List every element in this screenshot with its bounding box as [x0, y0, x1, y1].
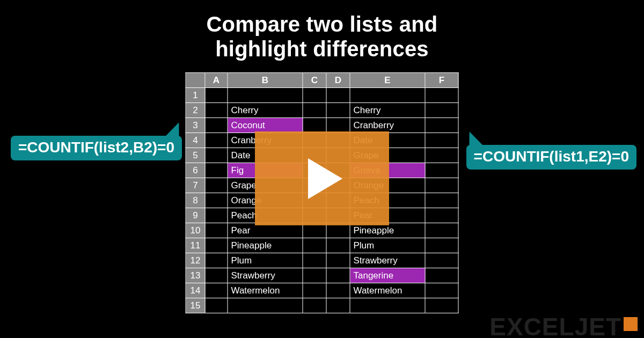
cell-A	[205, 253, 228, 268]
cell-C	[303, 238, 326, 253]
col-header-E: E	[350, 73, 425, 88]
cell-D	[326, 103, 350, 118]
cell-E: Cherry	[350, 103, 425, 118]
cell-F	[425, 298, 458, 313]
cell-D	[326, 118, 350, 133]
cell-C	[303, 283, 326, 298]
cell-D	[326, 283, 350, 298]
col-header-D: D	[326, 73, 350, 88]
cell-B: Coconut	[228, 118, 303, 133]
cell-F	[425, 193, 458, 208]
row-number: 9	[186, 208, 205, 223]
cell-F	[425, 88, 458, 103]
cell-C	[303, 298, 326, 313]
cell-C	[303, 103, 326, 118]
cell-A	[205, 223, 228, 238]
cell-A	[205, 148, 228, 163]
cell-A	[205, 283, 228, 298]
cell-F	[425, 253, 458, 268]
row-number: 14	[186, 283, 205, 298]
row-number: 11	[186, 238, 205, 253]
table-row: 15	[186, 298, 458, 313]
cell-D	[326, 298, 350, 313]
cell-F	[425, 118, 458, 133]
logo-accent-icon	[624, 317, 638, 331]
cell-F	[425, 163, 458, 178]
col-header-A: A	[205, 73, 228, 88]
callout-formula-left: =COUNTIF(list2,B2)=0	[11, 136, 182, 160]
cell-F	[425, 178, 458, 193]
table-row: 3CoconutCranberry	[186, 118, 458, 133]
cell-B: Cherry	[228, 103, 303, 118]
table-row: 12PlumStrawberry	[186, 253, 458, 268]
table-row: 14WatermelonWatermelon	[186, 283, 458, 298]
cell-E	[350, 298, 425, 313]
table-row: 13StrawberryTangerine	[186, 268, 458, 283]
callout-left-text: =COUNTIF(list2,B2)=0	[18, 139, 174, 156]
cell-B: Plum	[228, 253, 303, 268]
cell-A	[205, 118, 228, 133]
row-number: 2	[186, 103, 205, 118]
title-line-1: Compare two lists and	[207, 12, 438, 36]
cell-C	[303, 88, 326, 103]
cell-A	[205, 193, 228, 208]
cell-F	[425, 238, 458, 253]
row-number: 12	[186, 253, 205, 268]
row-number: 10	[186, 223, 205, 238]
cell-D	[326, 268, 350, 283]
cell-C	[303, 118, 326, 133]
row-number: 3	[186, 118, 205, 133]
cell-E: Watermelon	[350, 283, 425, 298]
cell-F	[425, 133, 458, 148]
page-title: Compare two lists and highlight differen…	[0, 0, 644, 61]
row-number: 6	[186, 163, 205, 178]
cell-A	[205, 208, 228, 223]
row-number: 15	[186, 298, 205, 313]
table-row: 1	[186, 88, 458, 103]
cell-F	[425, 148, 458, 163]
cell-A	[205, 133, 228, 148]
cell-E	[350, 88, 425, 103]
cell-B: Strawberry	[228, 268, 303, 283]
col-header-B: B	[228, 73, 303, 88]
row-number: 1	[186, 88, 205, 103]
cell-C	[303, 268, 326, 283]
row-number: 13	[186, 268, 205, 283]
row-number: 8	[186, 193, 205, 208]
logo-text: EXCELJET	[489, 313, 621, 338]
cell-B: Watermelon	[228, 283, 303, 298]
cell-C	[303, 253, 326, 268]
cell-F	[425, 208, 458, 223]
cell-F	[425, 283, 458, 298]
row-number: 7	[186, 178, 205, 193]
callout-formula-right: =COUNTIF(list1,E2)=0	[466, 145, 636, 170]
cell-E: Plum	[350, 238, 425, 253]
cell-A	[205, 238, 228, 253]
cell-D	[326, 238, 350, 253]
col-header-F: F	[425, 73, 458, 88]
cell-B	[228, 88, 303, 103]
play-icon	[308, 158, 342, 199]
row-number: 5	[186, 148, 205, 163]
title-line-2: highlight differences	[215, 37, 429, 61]
cell-F	[425, 103, 458, 118]
cell-F	[425, 223, 458, 238]
cell-A	[205, 88, 228, 103]
brand-logo: EXCELJET	[489, 312, 638, 338]
row-number: 4	[186, 133, 205, 148]
cell-A	[205, 268, 228, 283]
cell-E: Cranberry	[350, 118, 425, 133]
play-button[interactable]	[255, 131, 389, 225]
cell-F	[425, 268, 458, 283]
cell-A	[205, 103, 228, 118]
cell-A	[205, 298, 228, 313]
cell-E: Tangerine	[350, 268, 425, 283]
cell-D	[326, 88, 350, 103]
corner-cell	[186, 73, 205, 88]
col-header-C: C	[303, 73, 326, 88]
cell-B	[228, 298, 303, 313]
cell-D	[326, 253, 350, 268]
callout-right-text: =COUNTIF(list1,E2)=0	[474, 148, 629, 165]
table-row: 11PineapplePlum	[186, 238, 458, 253]
cell-A	[205, 163, 228, 178]
